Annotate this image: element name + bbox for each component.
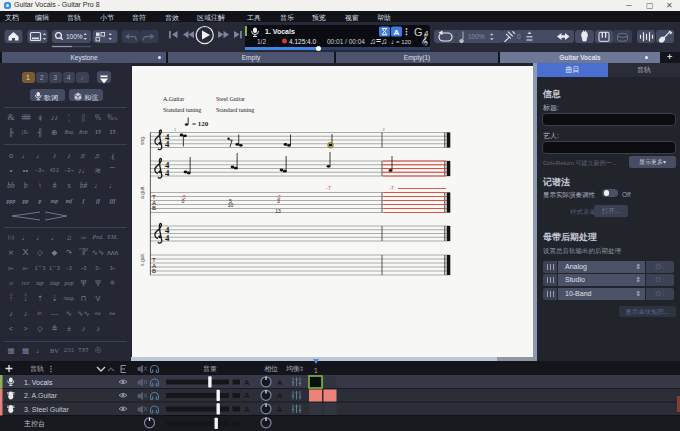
svg-text:A: A [244,405,250,414]
svg-text:A.Guitar: A.Guitar [163,96,184,102]
svg-text:4: 4 [165,233,170,243]
svg-text:s.guit.: s.guit. [139,253,145,266]
svg-text:主控台: 主控台 [24,419,45,428]
svg-text:Standard tuning: Standard tuning [216,107,254,113]
svg-text:= 120: = 120 [192,120,209,128]
svg-text:2. A.Guitar: 2. A.Guitar [24,392,58,399]
svg-text:♫=♫: ♫=♫ [370,36,388,46]
svg-text:A: A [394,28,400,37]
svg-text:100%: 100% [66,33,83,40]
svg-text:A: A [244,378,250,387]
svg-text:4.125:4.0: 4.125:4.0 [289,38,316,45]
svg-text:3. Steel Guitar: 3. Steel Guitar [24,406,69,413]
svg-text:0: 0 [517,33,521,40]
svg-text:sng.: sng. [139,136,145,145]
svg-text:B: B [152,204,156,211]
svg-text:A: A [277,378,283,387]
svg-text:13: 13 [275,208,281,214]
svg-text:歌词: 歌词 [44,93,58,101]
svg-text:A: A [277,419,283,428]
svg-text:100%: 100% [468,33,485,40]
svg-text:10: 10 [228,202,234,208]
svg-text:00:01 / 00:04: 00:01 / 00:04 [327,38,365,45]
svg-text:3: 3 [277,198,280,204]
svg-text:1. Vocals: 1. Vocals [265,28,295,35]
svg-text:音轨: 音轨 [30,365,44,372]
svg-text:音量: 音量 [203,365,217,372]
svg-text:相位: 相位 [264,365,278,373]
svg-text:4: 4 [165,168,170,178]
svg-text:0: 0 [182,198,185,204]
svg-text:Standard tuning: Standard tuning [163,107,201,113]
svg-text:𝄞: 𝄞 [421,34,428,46]
svg-text:1: 1 [174,127,177,132]
svg-text:B: B [152,267,156,274]
svg-text:和弦: 和弦 [84,93,98,100]
svg-text:= 120: = 120 [396,39,412,45]
svg-text:A: A [244,419,250,428]
svg-text:1. Vocals: 1. Vocals [24,379,53,386]
svg-text:-7: -7 [389,185,394,191]
svg-text:⇕: ⇕ [299,366,304,372]
svg-text:A: A [244,391,250,400]
svg-text:1: 1 [314,367,318,374]
svg-text:Steel Guitar: Steel Guitar [216,96,245,102]
svg-text:均衡: 均衡 [285,365,300,373]
svg-text:a.guit.: a.guit. [139,185,145,199]
svg-text:1/2: 1/2 [257,38,266,45]
svg-text:A: A [277,405,283,414]
svg-text:2: 2 [383,127,386,132]
svg-text:-7: -7 [326,185,331,191]
svg-text:4: 4 [165,139,170,149]
svg-text:A: A [277,391,283,400]
